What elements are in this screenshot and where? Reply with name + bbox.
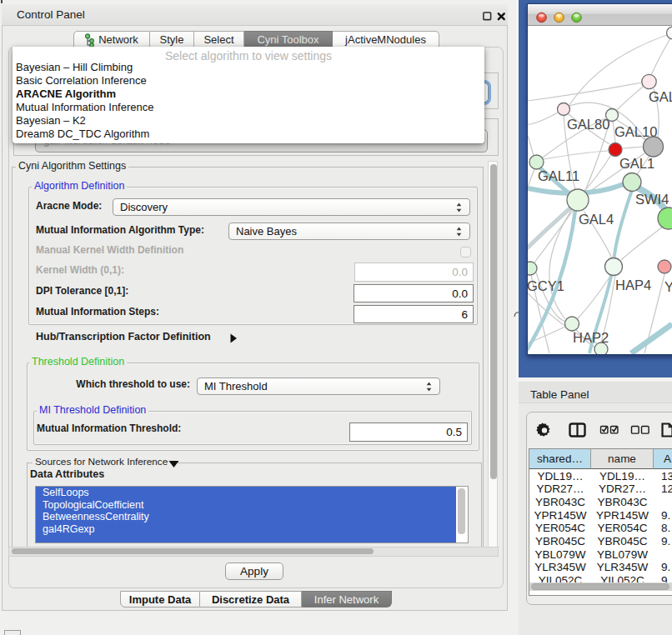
node-GAL1[interactable] [644, 137, 664, 157]
node-top-partial[interactable] [667, 27, 672, 39]
node-GAL10[interactable] [606, 109, 619, 122]
network-edge[interactable] [528, 112, 558, 125]
table-row[interactable]: YER054CYER054C8. [529, 522, 672, 535]
column-header-A[interactable]: A [654, 449, 672, 469]
network-edge[interactable] [631, 324, 672, 353]
table-row[interactable]: YDL19…YDL19…13 [529, 470, 672, 483]
table-row[interactable]: YPR145WYPR145W9. [529, 509, 672, 522]
node-GAL2[interactable] [642, 74, 656, 88]
attribute-list-item[interactable]: BetweennessCentrality [36, 511, 458, 523]
table-cell: YDR27… [591, 482, 654, 495]
tab-infer-network[interactable]: Infer Network [302, 591, 392, 608]
settings-horizontal-scrollbar[interactable] [8, 547, 499, 557]
table-cell: YPR145W [591, 509, 654, 522]
control-panel-titlebar[interactable]: Control Panel [2, 4, 508, 26]
attribute-list-item[interactable]: gal4RGexp [36, 523, 458, 536]
checked-columns-icon[interactable] [601, 427, 618, 433]
node-GAL4[interactable] [567, 189, 589, 211]
network-view-window: GAL2GAL80GAL10GAL1GAL11SWI4GAL4HAP4YGCY1… [527, 3, 672, 355]
apply-button[interactable]: Apply [225, 562, 283, 580]
collapse-down-icon[interactable] [168, 460, 179, 468]
network-edge[interactable] [651, 38, 670, 75]
manual-kernel-width-checkbox[interactable] [460, 247, 471, 258]
network-edge[interactable] [584, 122, 609, 192]
attribute-list-item[interactable]: SelfLoops [36, 487, 458, 499]
dpi-tolerance-field[interactable]: 0.0 [354, 284, 474, 302]
network-canvas[interactable]: GAL2GAL80GAL10GAL1GAL11SWI4GAL4HAP4YGCY1… [528, 26, 672, 354]
network-edge[interactable] [617, 87, 643, 110]
table-row[interactable]: YLR345WYLR345W9. [529, 561, 672, 574]
attribute-list-item[interactable]: TopologicalCoefficient [36, 499, 458, 512]
node-GCY1[interactable] [528, 262, 537, 275]
node-HAP4[interactable] [605, 258, 623, 276]
node-GAL80[interactable] [558, 103, 570, 116]
table-row[interactable]: YBR043CYBR043C [529, 496, 672, 509]
unchecked-columns-icon[interactable] [632, 427, 649, 434]
tab-discretize-data[interactable]: Discretize Data [200, 591, 302, 608]
tab-cyni-toolbox[interactable]: Cyni Toolbox [244, 31, 333, 48]
tab-style[interactable]: Style [150, 31, 194, 48]
table-row[interactable]: YDR27…YDR27…12 [529, 482, 672, 496]
mi-algorithm-type-label: Mutual Information Algorithm Type: [36, 224, 204, 236]
dropdown-item[interactable]: ARACNE Algorithm [13, 88, 484, 101]
settings-scroll-area: Cyni Algorithm SettingsAlgorithm Definit… [8, 155, 488, 547]
document-icon[interactable] [663, 424, 672, 437]
tab-jactivemnodules[interactable]: jActiveMNodules [333, 31, 439, 48]
split-pane-icon[interactable] [570, 424, 585, 437]
node-green-right[interactable] [658, 208, 672, 229]
aracne-mode-combobox[interactable]: Discovery [113, 198, 470, 216]
table-cell: YDL19… [529, 470, 591, 482]
attributes-list-scrollbar[interactable] [456, 487, 468, 543]
network-edge[interactable] [622, 147, 643, 148]
node-bottom-partial[interactable] [594, 342, 608, 354]
attribute-list-item[interactable] [36, 535, 458, 543]
splitter-grip-icon[interactable] [514, 310, 519, 318]
dropdown-item[interactable]: Bayesian – Hill Climbing [13, 61, 484, 74]
node-SWI4[interactable] [623, 173, 641, 192]
settings-vscroll-thumb[interactable] [490, 164, 497, 479]
settings-vertical-scrollbar[interactable] [488, 161, 498, 551]
column-header-name[interactable]: name [591, 449, 654, 469]
node-pink-right[interactable] [658, 260, 671, 273]
node-GAL11[interactable] [529, 155, 544, 169]
kernel-width-field[interactable]: 0.0 [354, 262, 474, 282]
table-row[interactable]: YBR045CYBR045C9. [529, 535, 672, 548]
settings-hscroll-thumb[interactable] [12, 548, 374, 554]
which-threshold-label: Which threshold to use: [67, 378, 190, 390]
mi-algorithm-type-combobox[interactable]: Naive Bayes [228, 222, 470, 240]
gear-icon[interactable] [536, 422, 549, 436]
dropdown-item[interactable]: Mutual Information Inference [13, 101, 484, 114]
dropdown-item[interactable]: Bayesian – K2 [13, 114, 484, 128]
node-label-GAL11: GAL11 [538, 168, 579, 183]
traffic-light-gloss-icon [574, 14, 579, 17]
network-edge[interactable] [621, 227, 663, 260]
which-threshold-combobox[interactable]: MI Threshold [197, 378, 440, 395]
table-cell: 12 [661, 482, 672, 495]
table-row[interactable]: YBL079WYBL079W [529, 548, 672, 562]
node-HAP2[interactable] [565, 317, 579, 331]
network-edge[interactable] [528, 136, 534, 156]
tab-network[interactable]: Network [73, 31, 150, 48]
bottom-left-cropped-button[interactable] [4, 630, 21, 635]
float-window-icon[interactable] [483, 12, 492, 21]
data-attributes-list[interactable]: SelfLoopsTopologicalCoefficientBetweenne… [35, 486, 469, 543]
network-window-titlebar[interactable] [528, 4, 672, 26]
tab-impute-data[interactable]: Impute Data [120, 591, 200, 608]
mi-threshold-field[interactable]: 0.5 [349, 422, 468, 442]
node-red-node[interactable] [609, 143, 622, 157]
dropdown-item[interactable]: Basic Correlation Inference [13, 74, 484, 88]
application-root: GAL2GAL80GAL10GAL1GAL11SWI4GAL4HAP4YGCY1… [0, 0, 672, 635]
column-header-shared[interactable]: shared… [529, 449, 591, 469]
table-hscroll-thumb[interactable] [531, 583, 669, 590]
table-horizontal-scrollbar[interactable] [529, 582, 672, 591]
attributes-scrollbar-thumb[interactable] [458, 488, 465, 534]
mi-steps-field[interactable]: 6 [354, 305, 474, 323]
dropdown-item[interactable]: Dream8 DC_TDC Algorithm [13, 128, 484, 141]
table-panel-titlebar[interactable]: Table Panel [519, 382, 672, 403]
table-cell: 9. [661, 561, 672, 573]
network-edge[interactable] [528, 207, 572, 252]
tab-select[interactable]: Select [194, 31, 244, 48]
table-cell: YBR045C [591, 535, 654, 548]
close-window-icon[interactable] [497, 12, 506, 21]
expand-right-icon[interactable] [229, 333, 238, 343]
